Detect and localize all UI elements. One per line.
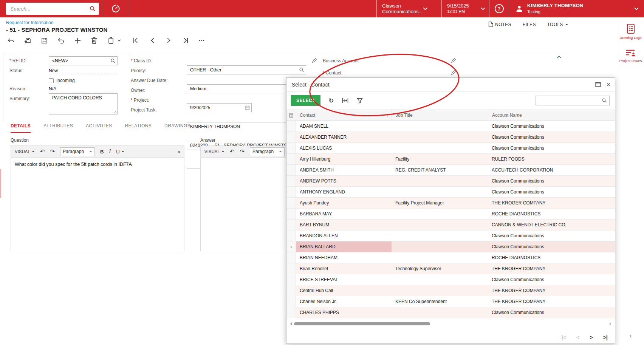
row-selector-cell[interactable]	[286, 274, 296, 285]
table-cell[interactable]: Facility	[392, 154, 488, 164]
maximize-icon[interactable]	[595, 82, 601, 87]
table-row[interactable]: ANTHONY ENGLANDClawson Communications	[286, 187, 615, 198]
table-row[interactable]: ADAM SNELLClawson Communications	[286, 121, 615, 132]
redo-icon[interactable]: ↷	[50, 148, 55, 155]
row-selector-cell[interactable]	[286, 198, 296, 208]
fit-width-icon[interactable]	[342, 98, 348, 103]
dialog-search-input[interactable]	[538, 98, 602, 103]
bold-button[interactable]: B	[100, 149, 104, 155]
table-cell[interactable]: Technology Supervisor	[392, 263, 488, 274]
table-cell[interactable]	[392, 132, 488, 142]
table-cell[interactable]: BARBARA MAY	[296, 209, 392, 219]
tab-drawings[interactable]: DRAWINGS	[164, 123, 190, 133]
tab-activities[interactable]: ACTIVITIES	[86, 123, 112, 133]
scrollbar-thumb[interactable]	[294, 322, 430, 325]
row-selector-cell[interactable]	[286, 231, 296, 241]
table-cell[interactable]: ANDREA SMITH	[296, 165, 392, 175]
next-page-button[interactable]: >	[590, 334, 593, 340]
table-cell[interactable]: Charles Nelson Jr.	[296, 296, 392, 307]
table-cell[interactable]: ANTHONY ENGLAND	[296, 187, 392, 197]
table-row[interactable]: Central Hub CallTHE KROGER COMPANY	[286, 285, 615, 296]
breadcrumb[interactable]: Request for Information	[6, 20, 53, 25]
last-page-button[interactable]: >|	[603, 334, 607, 340]
lookup-icon[interactable]	[299, 67, 304, 73]
row-selector-cell[interactable]	[286, 285, 296, 296]
visual-mode-dropdown[interactable]: VISUAL	[204, 149, 224, 154]
rfi-id-field[interactable]: <NEW>	[49, 56, 118, 65]
table-cell[interactable]	[392, 176, 488, 186]
next-record-button[interactable]	[166, 37, 172, 44]
table-cell[interactable]: CANNON & WENDT ELECTRIC CO.	[488, 220, 615, 230]
column-config-icon[interactable]	[286, 113, 296, 118]
table-cell[interactable]: ACCU-TECH CORPORATION	[488, 165, 615, 175]
paragraph-style-select[interactable]: Paragraph	[60, 147, 95, 156]
table-cell[interactable]: Clawson Communications	[488, 274, 615, 285]
delete-button[interactable]	[91, 37, 98, 44]
first-record-button[interactable]	[132, 37, 139, 44]
clipboard-button[interactable]	[107, 37, 114, 44]
table-row[interactable]: ›BRIAN BALLARDClawson Communications	[286, 241, 615, 252]
table-cell[interactable]: THE KROGER COMPANY	[488, 263, 615, 274]
sidebar-item-project-issues[interactable]: Project Issues	[617, 48, 644, 63]
row-selector-cell[interactable]	[286, 132, 296, 142]
table-cell[interactable]	[392, 187, 488, 197]
table-cell[interactable]	[392, 220, 488, 230]
scroll-left-arrow[interactable]	[289, 322, 292, 325]
files-button[interactable]: FILES	[523, 22, 536, 27]
row-selector-cell[interactable]	[286, 121, 296, 132]
paragraph-style-select[interactable]: Paragraph	[250, 147, 285, 156]
edit-pencil-icon[interactable]	[451, 58, 456, 63]
table-cell[interactable]	[392, 121, 488, 132]
table-cell[interactable]: BRIAN NEEDHAM	[296, 252, 392, 263]
row-selector-cell[interactable]	[286, 165, 296, 175]
user-menu[interactable]: KIMBERLY THOMPSON Testing	[509, 0, 644, 17]
first-page-button[interactable]: |<	[562, 334, 566, 340]
table-row[interactable]: ANDREA SMITHREG. CREDIT ANALYSTACCU-TECH…	[286, 165, 615, 176]
calendar-icon[interactable]	[245, 105, 250, 110]
row-selector-cell[interactable]	[286, 263, 296, 274]
table-cell[interactable]: THE KROGER COMPANY	[488, 296, 615, 307]
previous-page-button[interactable]: <	[576, 334, 579, 340]
cancel-undo-button[interactable]	[57, 37, 64, 44]
clipboard-dropdown-chevron[interactable]	[116, 37, 122, 44]
search-icon[interactable]	[602, 98, 607, 103]
italic-button[interactable]: I	[109, 149, 111, 155]
row-selector-cell[interactable]	[286, 154, 296, 164]
table-row[interactable]: BART BYNUMCANNON & WENDT ELECTRIC CO.	[286, 220, 615, 231]
table-cell[interactable]	[392, 307, 488, 318]
table-cell[interactable]: Clawson Communications	[488, 121, 615, 132]
sidebar-item-drawing-logs[interactable]: Drawing Logs	[617, 23, 644, 40]
dialog-search-box[interactable]	[536, 96, 610, 105]
tab-relations[interactable]: RELATIONS	[125, 123, 152, 133]
filter-icon[interactable]	[357, 98, 363, 104]
table-cell[interactable]: ADAM SNELL	[296, 121, 392, 132]
table-cell[interactable]: Amy Hillenburg	[296, 154, 392, 164]
save-button[interactable]	[41, 37, 48, 44]
undo-icon[interactable]: ↶	[40, 148, 45, 155]
table-cell[interactable]: Brian Renollet	[296, 263, 392, 274]
table-cell[interactable]: Ayush Pandey	[296, 198, 392, 208]
row-selector-cell[interactable]: ›	[286, 241, 296, 252]
table-cell[interactable]: Facility Project Manager	[392, 198, 488, 208]
table-cell[interactable]: Central Hub Call	[296, 285, 392, 296]
table-cell[interactable]: BRICE STREEVAL	[296, 274, 392, 285]
table-cell[interactable]: ROCHE DIAGNOSTICS	[488, 209, 615, 219]
table-row[interactable]: ALEXIS LUCASClawson Communications	[286, 143, 615, 154]
incoming-checkbox[interactable]	[49, 78, 54, 83]
table-cell[interactable]: CHARLES PHIPPS	[296, 307, 392, 318]
add-new-button[interactable]	[74, 37, 81, 44]
table-cell[interactable]: ALEXIS LUCAS	[296, 143, 392, 153]
more-actions-button[interactable]: ···	[199, 39, 205, 42]
select-button[interactable]: SELECT	[291, 95, 320, 106]
table-cell[interactable]: BRIAN BALLARD	[296, 241, 392, 252]
table-row[interactable]: BRANDON ALLENClawson Communications	[286, 231, 615, 241]
table-row[interactable]: ALEXANDER TANNERClawson Communications	[286, 132, 615, 143]
row-selector-cell[interactable]	[286, 220, 296, 230]
table-row[interactable]: BRICE STREEVALClawson Communications	[286, 274, 615, 285]
search-icon[interactable]	[90, 6, 96, 12]
horizontal-scrollbar[interactable]	[286, 321, 615, 327]
last-record-button[interactable]	[182, 37, 189, 44]
edit-pencil-icon[interactable]	[451, 70, 456, 75]
table-cell[interactable]: Clawson Communications	[488, 176, 615, 186]
summary-field[interactable]: PATCH CORD COLORS	[49, 93, 118, 114]
